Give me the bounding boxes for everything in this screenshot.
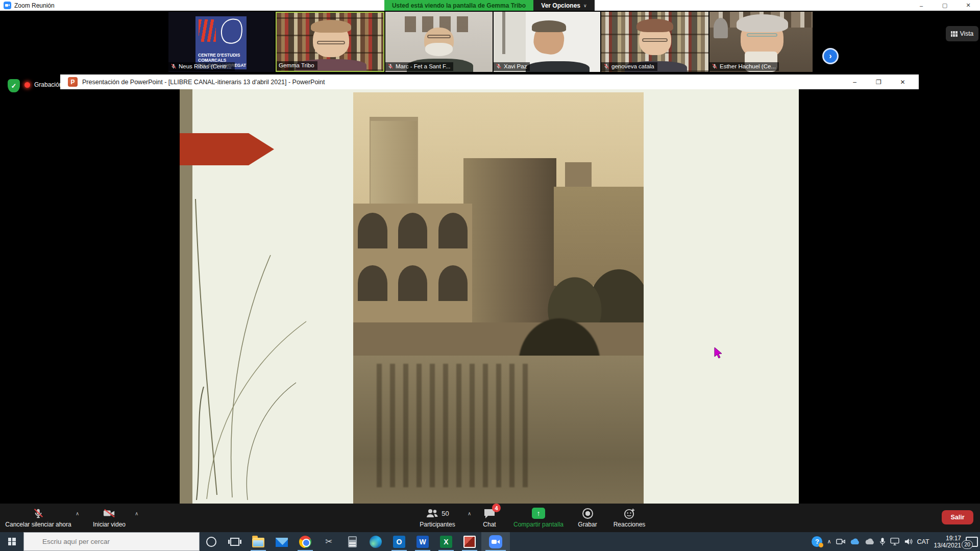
record-icon <box>582 508 593 519</box>
mic-muted-icon <box>603 63 609 69</box>
cortana-button[interactable] <box>200 532 223 551</box>
taskbar-item-zoom[interactable] <box>481 532 510 551</box>
logo-stripes <box>199 19 216 42</box>
reeds-decoration <box>186 168 329 500</box>
powerpoint-titlebar[interactable]: P Presentación de PowerPoint - [LLIBRE C… <box>60 74 919 89</box>
participant-name: Xavi Paz <box>504 63 527 69</box>
pointer-cursor <box>714 347 723 359</box>
presentation-slide <box>180 89 799 504</box>
taskbar-item-file-explorer[interactable] <box>247 532 270 551</box>
taskbar-item-outlook[interactable]: O <box>387 532 411 551</box>
minimize-button[interactable]: – <box>843 74 867 89</box>
help-icon[interactable]: ? <box>812 536 822 547</box>
view-options-button[interactable]: Ver Opciones ∨ <box>533 0 595 11</box>
onedrive-icon[interactable] <box>850 538 860 545</box>
camera-muted-icon <box>103 508 115 518</box>
taskbar-item-snipping[interactable]: ✂ <box>317 532 340 551</box>
mute-options-chevron[interactable]: ∧ <box>76 511 79 516</box>
participant-tile-neus[interactable]: CENTRE D'ESTUDIS COMARCALS DEL BAIX LLOB… <box>168 12 275 72</box>
minimize-button[interactable]: – <box>910 0 933 11</box>
tray-time: 19:17 <box>934 535 961 542</box>
edge-icon <box>370 536 382 548</box>
red-arrow-shape <box>180 133 274 165</box>
zoom-toolbar: Cancelar silenciar ahora ∧ Iniciar video… <box>0 504 980 532</box>
mail-icon <box>276 538 288 547</box>
next-participants-icon[interactable]: › <box>822 48 839 64</box>
share-screen-icon: ↑ <box>532 508 545 519</box>
chevron-down-icon: ∨ <box>583 3 587 8</box>
taskbar-item-chrome[interactable] <box>293 532 317 551</box>
view-options-label: Ver Opciones <box>541 2 580 9</box>
participant-tile-esther[interactable]: Esther Hachuel (Ce... <box>709 12 813 72</box>
participant-name-tag: Esther Hachuel (Ce... <box>709 62 779 71</box>
speaker-icon[interactable] <box>904 538 913 545</box>
vista-label: Vista <box>960 30 973 37</box>
participants-chevron[interactable]: ∧ <box>468 511 471 516</box>
task-view-icon <box>230 538 239 546</box>
chat-button[interactable]: 4 Chat <box>476 506 503 530</box>
action-center-icon[interactable]: 20 <box>966 537 978 547</box>
taskbar-item-calculator[interactable] <box>340 532 364 551</box>
close-button[interactable]: ✕ <box>891 74 915 89</box>
tray-mic-icon[interactable] <box>879 537 886 546</box>
video-options-chevron[interactable]: ∧ <box>135 511 138 516</box>
video-strip: CENTRE D'ESTUDIS COMARCALS DEL BAIX LLOB… <box>0 11 980 73</box>
taskbar-item-excel[interactable]: X <box>434 532 458 551</box>
share-screen-button[interactable]: ↑ Compartir pantalla <box>510 506 567 530</box>
chrome-icon <box>299 536 311 548</box>
participant-tile-gemma[interactable]: Gemma Tribo <box>276 12 384 72</box>
participant-name-tag: Marc - Fet a Sant F... <box>385 62 453 71</box>
taskbar-item-mail[interactable] <box>270 532 293 551</box>
system-tray: ? ∧ CAT 19:17 13/4/2021 20 <box>812 532 978 551</box>
windows-start-icon <box>8 538 16 545</box>
taskbar-item-word[interactable]: W <box>411 532 434 551</box>
participant-name-tag: Xavi Paz <box>494 62 530 71</box>
hidden-icons-chevron[interactable]: ∧ <box>827 538 831 545</box>
participant-name-tag: genoveva catala <box>601 62 657 71</box>
view-layout-button[interactable]: Vista <box>946 26 978 41</box>
participants-icon <box>426 508 439 518</box>
logo-map-outline <box>218 16 244 46</box>
main-window-controls: – ▢ ✕ <box>910 0 980 11</box>
participant-name: Gemma Tribo <box>279 62 314 68</box>
participant-tile-marc[interactable]: Marc - Fet a Sant F... <box>385 12 493 72</box>
participant-tile-xavi[interactable]: Xavi Paz <box>494 12 600 72</box>
powerpoint-icon: P <box>68 77 78 87</box>
taskbar-item-presentation-viewer[interactable] <box>458 532 481 551</box>
participant-name-tag: Gemma Tribo <box>277 61 317 70</box>
taskbar-item-edge[interactable] <box>364 532 387 551</box>
presentation-viewer-icon <box>463 536 476 548</box>
mic-muted-icon <box>496 63 502 69</box>
recording-indicator: Grabación <box>24 81 62 88</box>
excel-icon: X <box>440 536 452 548</box>
record-dot-icon <box>24 82 30 88</box>
powerpoint-window-controls: – ❐ ✕ <box>843 74 915 89</box>
start-video-button[interactable]: Iniciar video <box>88 506 131 530</box>
word-icon: W <box>416 536 429 548</box>
meet-now-icon[interactable] <box>836 538 845 545</box>
participant-name: genoveva catala <box>611 63 654 69</box>
outlook-icon: O <box>393 536 405 548</box>
leave-meeting-button[interactable]: Salir <box>942 510 973 524</box>
participant-name: Neus Ribas (Centr... <box>179 63 232 69</box>
record-button[interactable]: Grabar <box>573 506 602 530</box>
participants-button[interactable]: 50 Participantes <box>413 506 462 530</box>
task-view-button[interactable] <box>223 532 247 551</box>
reactions-button[interactable]: Reacciones <box>611 506 648 530</box>
mic-muted-icon <box>33 508 44 519</box>
notification-badge: 20 <box>962 540 973 549</box>
clock[interactable]: 19:17 13/4/2021 <box>934 535 961 549</box>
network-display-icon[interactable] <box>890 538 899 545</box>
slide-photo <box>353 92 644 504</box>
zoom-app-icon <box>4 2 11 9</box>
mute-button[interactable]: Cancelar silenciar ahora <box>5 506 71 530</box>
cloud-icon[interactable] <box>865 538 875 545</box>
maximize-button[interactable]: ▢ <box>933 0 957 11</box>
start-button[interactable] <box>0 532 23 551</box>
close-button[interactable]: ✕ <box>957 0 980 11</box>
restore-button[interactable]: ❐ <box>867 74 891 89</box>
mic-muted-icon <box>170 63 177 69</box>
search-input[interactable] <box>23 532 200 551</box>
language-indicator[interactable]: CAT <box>917 538 929 545</box>
participant-tile-genoveva[interactable]: genoveva catala <box>601 12 708 72</box>
